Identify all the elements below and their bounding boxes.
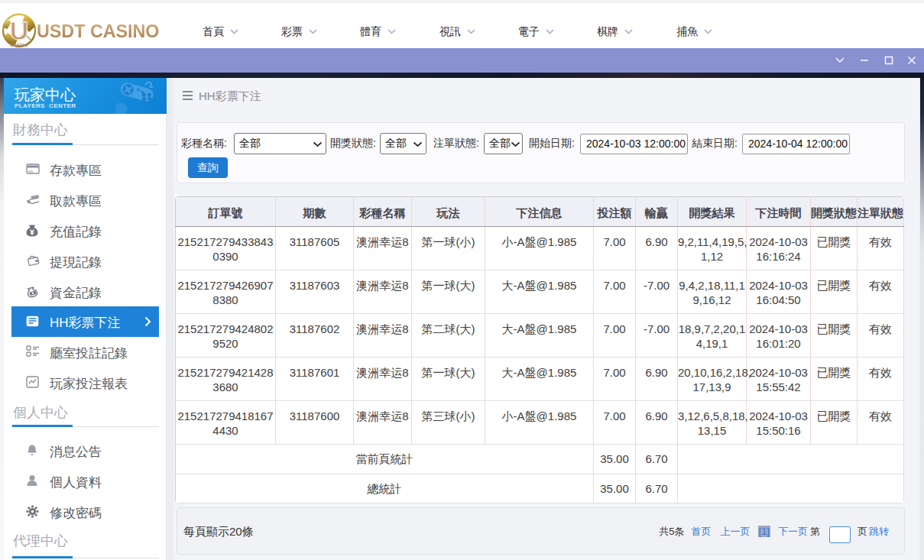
svg-text:casino: casino — [10, 41, 28, 48]
